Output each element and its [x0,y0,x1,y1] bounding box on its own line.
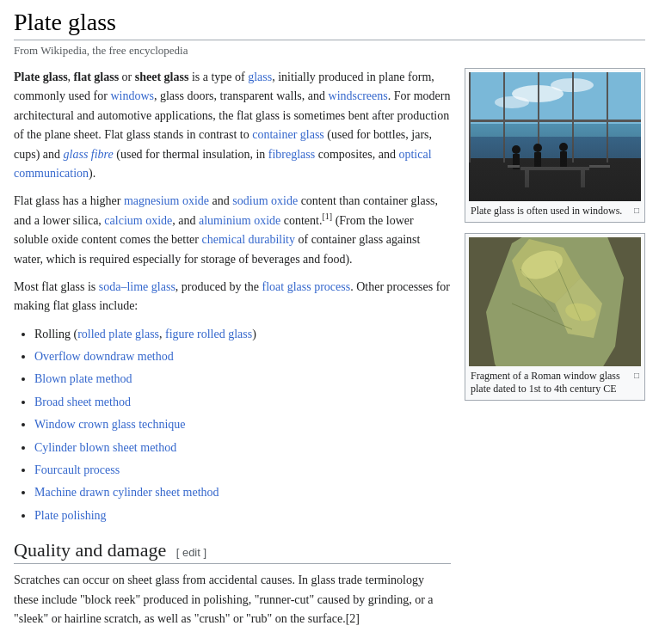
figure-1-caption: □ Plate glass is often used in windows. [469,201,641,218]
svg-rect-25 [598,165,610,168]
svg-rect-5 [469,137,641,163]
list-item: Machine drawn cylinder sheet method [34,483,451,502]
link-window-crown[interactable]: Window crown glass technique [34,418,186,431]
link-container-glass[interactable]: container glass [252,128,324,141]
link-glass[interactable]: glass [248,71,272,83]
bold-term-plate-glass: Plate glass [14,71,68,83]
bold-term-sheet-glass: sheet glass [135,71,189,83]
link-broad-sheet[interactable]: Broad sheet method [34,396,131,408]
svg-rect-11 [607,72,608,163]
intro-para-1: Plate glass, flat glass or sheet glass i… [14,68,451,183]
list-item: Cylinder blown sheet method [34,439,451,457]
link-fibreglass[interactable]: fibreglass [268,148,315,161]
svg-rect-10 [572,72,574,163]
svg-rect-1 [469,124,641,150]
svg-rect-9 [538,72,539,163]
svg-point-18 [559,143,568,151]
link-blown-plate[interactable]: Blown plate method [34,372,132,385]
bold-term-flat-glass: flat glass [74,71,120,83]
intro-para-2: Flat glass has a higher magnesium oxide … [14,192,451,269]
svg-rect-15 [513,154,520,169]
link-calcium-oxide[interactable]: calcium oxide [104,214,172,227]
link-windscreens[interactable]: windscreens [329,89,388,102]
figure-1-image [469,72,641,201]
link-figure-rolled-glass[interactable]: figure rolled glass [165,328,252,340]
link-rolled-plate-glass[interactable]: rolled plate glass [77,328,159,340]
link-cylinder-blown[interactable]: Cylinder blown sheet method [34,441,176,454]
list-item: Broad sheet method [34,393,451,412]
page-title: Plate glass [14,9,645,40]
expand-icon-1[interactable]: □ [634,205,639,216]
svg-rect-19 [560,151,567,170]
sidebar: □ Plate glass is often used in windows. [465,68,645,411]
processes-list: Rolling (rolled plate glass, figure roll… [34,325,451,526]
list-item: Overflow downdraw method [34,347,451,366]
svg-point-4 [495,96,529,108]
svg-rect-8 [503,72,505,163]
figure-2-svg [469,237,641,366]
svg-rect-24 [589,165,601,168]
svg-rect-13 [469,120,641,122]
svg-rect-7 [469,72,471,163]
link-windows[interactable]: windows [110,89,154,102]
link-sodium-oxide[interactable]: sodium oxide [232,194,298,207]
link-fourcault[interactable]: Fourcault process [34,463,120,476]
svg-rect-17 [534,152,541,169]
svg-point-14 [512,145,520,154]
expand-icon-2[interactable]: □ [634,370,639,381]
svg-rect-23 [508,165,520,168]
link-magnesium-oxide[interactable]: magnesium oxide [124,194,209,207]
list-item: Fourcault process [34,461,451,480]
figure-1-svg [469,72,641,201]
edit-link[interactable]: [ edit ] [176,546,206,559]
link-overflow-downdraw[interactable]: Overflow downdraw method [34,350,174,363]
svg-rect-6 [469,158,641,201]
figure-2: □ Fragment of a Roman window glass plate… [465,233,645,401]
quality-section-heading: Quality and damage [ edit ] [14,539,451,564]
list-item: Blown plate method [34,370,451,389]
figure-2-caption: □ Fragment of a Roman window glass plate… [469,366,641,396]
list-item: Plate polishing [34,506,451,525]
footnote-1: [1] [322,212,332,221]
svg-point-16 [533,144,542,152]
link-glass-fibre[interactable]: glass fibre [64,148,114,161]
link-chemical-durability[interactable]: chemical durability [202,233,295,246]
link-float-glass-process[interactable]: float glass process [262,280,351,293]
svg-rect-20 [520,167,589,170]
quality-para: Scratches can occur on sheet glass from … [14,571,451,629]
link-plate-polishing[interactable]: Plate polishing [34,509,107,522]
link-soda-lime-glass[interactable]: soda–lime glass [99,280,176,293]
page-subtitle: From Wikipedia, the free encyclopedia [14,44,645,58]
figure-2-image [469,237,641,366]
svg-rect-21 [525,170,529,187]
list-item: Rolling (rolled plate glass, figure roll… [34,325,451,344]
intro-para-3: Most flat glass is soda–lime glass, prod… [14,278,451,316]
figure-1: □ Plate glass is often used in windows. [465,68,645,223]
link-machine-drawn[interactable]: Machine drawn cylinder sheet method [34,486,219,499]
link-aluminium-oxide[interactable]: aluminium oxide [199,214,280,227]
svg-rect-22 [581,170,585,187]
list-item: Window crown glass technique [34,415,451,434]
main-content: Plate glass, flat glass or sheet glass i… [14,68,451,637]
